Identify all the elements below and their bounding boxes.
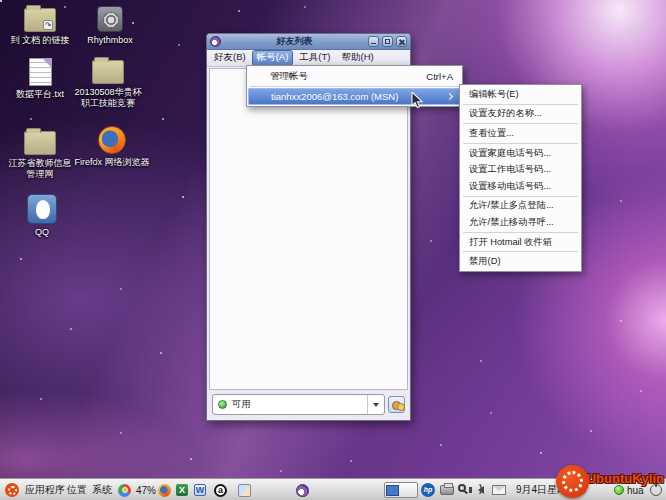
qq-icon [27,194,57,224]
desktop-icon-label: 江苏省教师信息管理网 [7,158,73,180]
desktop-icon-documents-link[interactable]: ↷ 到 文档 的链接 [0,8,80,46]
desktop-icon-rhythmbox[interactable]: Rhythmbox [70,6,150,46]
firefox-icon [98,126,126,154]
submenu-item-mobile-paging[interactable]: 允许/禁止移动寻呼... [461,214,580,231]
window-statusbar: 可用 [209,391,408,418]
excel-icon[interactable]: X [176,484,188,496]
desktop-icon-label: 20130508华贵杯职工技能竞赛 [71,87,145,109]
menu-tools[interactable]: 工具(T) [294,50,335,66]
submenu-item-mobile-phone[interactable]: 设置移动电话号码... [461,178,580,195]
screenshot-search-icon[interactable] [458,484,466,492]
menu-buddies[interactable]: 好友(B) [209,50,251,66]
ubuntu-menu-icon[interactable] [5,483,19,497]
submenu-arrow-icon [446,93,453,100]
printer-icon[interactable] [440,485,454,495]
desktop-icon-label: QQ [35,227,49,238]
status-selector[interactable]: 可用 [212,394,385,415]
close-icon [397,37,406,46]
available-status-icon [218,400,227,409]
folder-link-icon: ↷ [24,8,56,32]
status-selector-value: 可用 [232,398,251,411]
buddy-icon-button[interactable] [388,396,405,413]
desktop-icon-qq[interactable]: QQ [2,194,82,238]
clock-date[interactable]: 9月4日星期三 1 [516,483,585,497]
menu-accounts[interactable]: 帐号(A) [252,50,294,66]
buddy-list-area[interactable] [209,68,408,390]
desktop-icon-label: 到 文档 的链接 [10,35,69,46]
wallpaper-stars [0,0,2,2]
maximize-icon [383,37,392,46]
minimize-icon [369,37,378,46]
menu-separator [463,123,578,124]
folder-icon [92,60,124,84]
submenu-item-home-phone[interactable]: 设置家庭电话号码... [461,145,580,162]
desktop-icon-label: 数据平台.txt [16,89,64,100]
submenu-item-multi-login[interactable]: 允许/禁止多点登陆... [461,198,580,215]
firefox-launcher-icon[interactable] [158,484,171,497]
system-menu[interactable]: 系统 [92,483,112,497]
username-label[interactable]: hua [627,485,644,496]
desktop-icon-label: Rhythmbox [87,35,133,46]
window-titlebar[interactable]: 好友列表 [207,34,410,50]
circled-a-icon[interactable]: a [214,484,227,497]
user-status-icon [614,485,624,495]
menu-item-manage-accounts[interactable]: 管理帐号 Ctrl+A [248,67,461,85]
taskbar: 应用程序 位置 系统 47% X W a hp 9月4日星期三 1 hua [0,478,666,500]
shortcut-label: Ctrl+A [426,71,453,82]
hp-tray-icon[interactable]: hp [421,483,435,497]
submenu-item-hotmail-inbox[interactable]: 打开 Hotmail 收件箱 [461,234,580,251]
image-viewer-icon[interactable] [238,484,251,497]
accounts-dropdown-menu: 管理帐号 Ctrl+A tianhxx2006@163.com (MSN) [246,65,463,107]
account-submenu: 编辑帐号(E) 设置友好的名称... 查看位置... 设置家庭电话号码... 设… [459,84,582,272]
text-file-icon [29,58,52,86]
submenu-item-work-phone[interactable]: 设置工作电话号码... [461,161,580,178]
pidgin-window-icon [210,36,221,47]
folder-icon [24,131,56,155]
menu-separator [463,196,578,197]
chevron-down-icon [373,403,379,407]
places-menu[interactable]: 位置 [67,483,87,497]
status-dropdown-arrow[interactable] [367,395,384,414]
window-title: 好友列表 [224,35,365,48]
menu-help[interactable]: 帮助(H) [336,50,378,66]
submenu-item-edit-account[interactable]: 编辑帐号(E) [461,86,580,103]
desktop-icon-firefox[interactable]: Firefox 网络浏览器 [72,126,152,168]
word-icon[interactable]: W [194,484,206,496]
menu-separator [250,86,459,87]
battery-percent: 47% [136,485,156,496]
applications-menu[interactable]: 应用程序 [25,483,65,497]
close-button[interactable] [396,36,407,47]
menu-separator [463,232,578,233]
submenu-item-view-location[interactable]: 查看位置... [461,125,580,142]
chrome-icon[interactable] [118,484,131,497]
desktop-icon-label: Firefox 网络浏览器 [73,157,151,168]
rhythmbox-speaker-icon [97,6,123,32]
menu-item-account-tianhxx[interactable]: tianhxx2006@163.com (MSN) [248,88,461,105]
taskbar-window-button[interactable] [384,482,418,498]
submenu-item-friendly-name[interactable]: 设置友好的名称... [461,106,580,123]
desktop-icon-jiangsu-teacher-site[interactable]: 江苏省教师信息管理网 [0,131,80,180]
maximize-button[interactable] [382,36,393,47]
pidgin-tray-icon[interactable] [296,484,309,497]
submenu-item-disable[interactable]: 禁用(D) [461,253,580,270]
minimize-button[interactable] [368,36,379,47]
volume-icon[interactable] [478,486,484,494]
mail-icon[interactable] [492,485,506,495]
mouse-cursor [411,92,425,114]
menu-separator [463,104,578,105]
power-icon[interactable] [650,484,662,496]
menu-separator [463,143,578,144]
desktop-icon-competition-folder[interactable]: 20130508华贵杯职工技能竞赛 [68,60,148,109]
menu-separator [463,251,578,252]
